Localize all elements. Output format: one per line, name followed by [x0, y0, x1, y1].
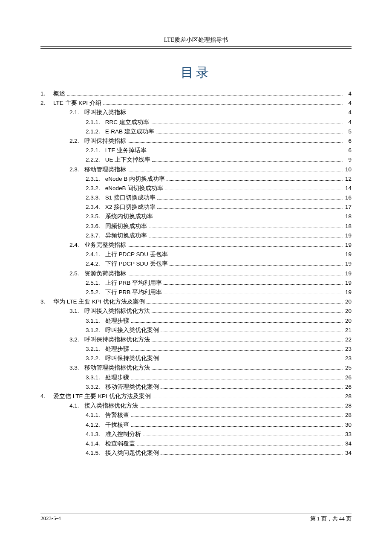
toc-leader-dots [131, 426, 343, 427]
toc-entry[interactable]: 3.3.1.处理步骤 26 [40, 375, 352, 381]
toc-section-number: 2.3. [69, 167, 79, 173]
toc-entry[interactable]: 3.1.2.呼叫接入类优化案例 21 [40, 327, 352, 333]
toc-entry[interactable]: 3.2.1.处理步骤 23 [40, 346, 352, 352]
toc-page-number: 10 [344, 167, 352, 173]
toc-entry[interactable]: 2.2.呼叫保持类指标 6 [40, 138, 352, 144]
toc-page-number: 19 [344, 261, 352, 267]
toc-section-number: 2.3.7. [86, 233, 100, 239]
toc-leader-dots [140, 407, 343, 408]
toc-leader-dots [161, 454, 343, 455]
toc-entry[interactable]: 4.爱立信 LTE 主要 KPI 优化方法及案例 28 [40, 393, 352, 399]
toc-entry[interactable]: 2.3.5.系统内切换成功率 18 [40, 214, 352, 220]
toc-page-number: 30 [344, 422, 352, 428]
toc-entry[interactable]: 2.4.2.下行 PDCP SDU 丢包率 19 [40, 261, 352, 267]
toc-leader-dots [165, 190, 343, 190]
toc-entry[interactable]: 3.3.2.移动管理类优化案例 26 [40, 384, 352, 390]
toc-entry-title: 接入类指标优化方法 [84, 403, 138, 409]
toc-entry[interactable]: 3.2.呼叫保持类指标优化方法 22 [40, 337, 352, 343]
toc-entry[interactable]: 3.3.移动管理类指标优化方法 25 [40, 365, 352, 371]
toc-leader-dots [131, 350, 343, 351]
toc-entry[interactable]: 4.1.2.干扰核查 30 [40, 422, 352, 428]
toc-section-number: 2.1.1. [86, 119, 100, 125]
toc-entry-title: LTE 业务掉话率 [105, 147, 147, 153]
toc-page-number: 18 [344, 214, 352, 220]
toc-entry[interactable]: 2.1.2.E-RAB 建立成功率 5 [40, 129, 352, 135]
toc-entry[interactable]: 4.1.接入类指标优化方法 28 [40, 403, 352, 409]
toc-entry-title: 移动管理类指标优化方法 [84, 365, 150, 371]
toc-leader-dots [148, 152, 343, 152]
toc-chapter-number: 4. [40, 393, 53, 399]
toc-page-number: 4 [344, 119, 352, 125]
toc-section-number: 3.1.2. [86, 327, 100, 333]
toc-entry[interactable]: 4.1.1.告警核查 28 [40, 412, 352, 418]
toc-leader-dots [155, 218, 343, 218]
toc-entry[interactable]: 2.4.业务完整类指标 19 [40, 242, 352, 248]
toc-section-number: 4.1.3. [86, 431, 100, 437]
toc-entry[interactable]: 2.LTE 主要 KPI 介绍 4 [40, 100, 352, 106]
toc-entry[interactable]: 2.2.1.LTE 业务掉话率 6 [40, 147, 352, 153]
toc-page-number: 19 [344, 242, 352, 248]
toc-entry-title: X2 接口切换成功率 [105, 204, 156, 210]
toc-entry[interactable]: 2.5.2.下行 PRB 平均利用率 19 [40, 289, 352, 295]
toc-entry[interactable]: 2.4.1.上行 PDCP SDU 丢包率 19 [40, 251, 352, 257]
toc-entry-title: 同频切换成功率 [105, 223, 147, 229]
toc-leader-dots [128, 171, 343, 171]
toc-entry-title: 移动管理类优化案例 [105, 384, 159, 390]
toc-entry[interactable]: 2.3.3.S1 接口切换成功率 16 [40, 195, 352, 201]
toc-section-number: 2.2.1. [86, 147, 100, 153]
toc-page-number: 5 [344, 129, 352, 135]
toc-entry-title: LTE 主要 KPI 介绍 [53, 100, 101, 106]
toc-page-number: 4 [344, 100, 352, 106]
toc-page-number: 28 [344, 403, 352, 409]
toc-entry-title: 呼叫保持类优化案例 [105, 356, 159, 361]
toc-section-number: 4.1.4. [86, 441, 100, 447]
toc-chapter-number: 1. [40, 91, 53, 96]
toc-entry[interactable]: 2.1.1.RRC 建立成功率 4 [40, 119, 352, 125]
toc-entry[interactable]: 4.1.3.准入控制分析 33 [40, 431, 352, 437]
toc-page-number: 20 [344, 299, 352, 305]
toc-entry[interactable]: 3.1.呼叫接入类指标优化方法 20 [40, 308, 352, 314]
toc-entry[interactable]: 1.概述 4 [40, 91, 352, 97]
toc-entry[interactable]: 2.3.7.异频切换成功率 19 [40, 233, 352, 239]
toc-page-number: 20 [344, 318, 352, 324]
page-footer: 2023-5-4 第 1 页，共 44 页 [40, 515, 352, 523]
toc-entry[interactable]: 2.3.移动管理类指标 10 [40, 167, 352, 173]
toc-entry[interactable]: 2.1.呼叫接入类指标 4 [40, 110, 352, 116]
toc-section-number: 3.1.1. [86, 318, 100, 324]
toc-leader-dots [170, 265, 343, 266]
toc-leader-dots [128, 142, 343, 143]
toc-entry-title: RRC 建立成功率 [105, 119, 149, 125]
toc-entry[interactable]: 2.5.1.上行 PRB 平均利用率 19 [40, 280, 352, 286]
toc-entry[interactable]: 4.1.5.接入类问题优化案例 34 [40, 450, 352, 456]
toc-entry-title: 业务完整类指标 [84, 242, 126, 248]
toc-section-number: 3.2.1. [86, 346, 100, 352]
toc-page-number: 20 [344, 308, 352, 314]
toc-section-number: 2.3.6. [86, 223, 100, 229]
toc-entry[interactable]: 4.1.4.检查弱覆盖 34 [40, 441, 352, 447]
toc-entry[interactable]: 3.华为 LTE 主要 KPI 优化方法及案例 20 [40, 299, 352, 305]
toc-entry-title: 呼叫接入类指标 [84, 110, 126, 116]
toc-page-number: 12 [344, 176, 352, 182]
toc-page-number: 23 [344, 346, 352, 352]
toc-entry[interactable]: 2.3.2.eNodeB 间切换成功率 14 [40, 185, 352, 191]
toc-leader-dots [164, 284, 343, 285]
toc-leader-dots [143, 436, 343, 436]
toc-leader-dots [156, 133, 343, 133]
toc-entry-title: UE 上下文掉线率 [105, 157, 151, 163]
toc-entry[interactable]: 2.3.4.X2 接口切换成功率 17 [40, 204, 352, 210]
toc-entry[interactable]: 2.3.6.同频切换成功率 18 [40, 223, 352, 229]
toc-page-number: 19 [344, 289, 352, 295]
toc-entry[interactable]: 2.3.1.eNode B 内切换成功率 12 [40, 176, 352, 182]
toc-entry-title: 处理步骤 [105, 346, 129, 352]
toc-leader-dots [152, 341, 343, 341]
toc-entry[interactable]: 3.1.1.处理步骤 20 [40, 318, 352, 324]
toc-leader-dots [170, 256, 343, 256]
toc-page-number: 34 [344, 441, 352, 447]
toc-leader-dots [161, 388, 343, 389]
toc-entry[interactable]: 2.2.2.UE 上下文掉线率 9 [40, 157, 352, 163]
toc-entry[interactable]: 3.2.2.呼叫保持类优化案例 23 [40, 356, 352, 361]
toc-leader-dots [131, 322, 343, 323]
toc-section-number: 2.1. [69, 110, 79, 116]
toc-leader-dots [128, 114, 343, 114]
toc-entry[interactable]: 2.5.资源负荷类指标 19 [40, 271, 352, 277]
